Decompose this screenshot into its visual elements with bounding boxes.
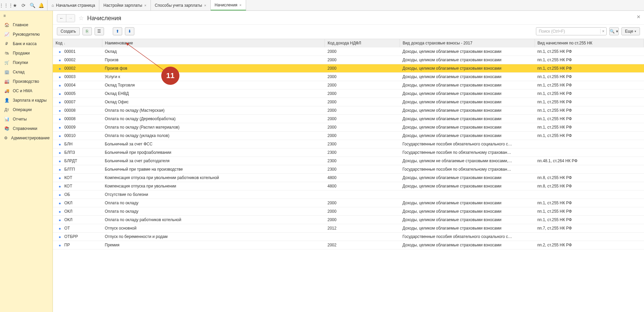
cell-ins: Доходы, целиком облагаемые страховыми вз… [400,64,535,73]
create-button[interactable]: Создать [57,27,80,35]
table-row[interactable]: ◆ОКЛОплата по окладу2000Доходы, целиком … [53,199,644,207]
sidebar-item-7[interactable]: 🚚ОС и НМА [0,86,53,96]
table-row[interactable]: ◆ПРПремия2002Доходы, целиком облагаемые … [53,241,644,249]
table-row[interactable]: ◆ОБОтсутствие по болезни [53,190,644,199]
table-row[interactable]: ◆00002Произв фов2000Доходы, целиком обла… [53,64,644,73]
cell-name: Произв фов [102,64,325,73]
search-clear[interactable]: × [600,29,606,34]
cell-art: пп.1, ст.255 НК РФ [535,115,644,123]
cell-art: пп.1, ст.255 НК РФ [535,98,644,106]
tab-label: Начальная страница [56,3,95,8]
sidebar-toggle[interactable]: ≡ [0,11,53,20]
table-row[interactable]: ◆ОТОтпуск основной2012Доходы, целиком об… [53,224,644,233]
copy-button[interactable]: ⎘ [82,27,92,35]
table-row[interactable]: ◆БЛТПБольничный при травме на производст… [53,165,644,174]
bell-icon[interactable]: 🔔 [37,1,45,9]
sidebar-item-11[interactable]: 📚Справочники [0,124,53,133]
table-row[interactable]: ◆00008Оплата по окладу (Деревообработка)… [53,115,644,123]
find-button[interactable]: 🔍▾ [609,27,619,35]
tab-3[interactable]: Начисления× [211,0,246,10]
table[interactable]: Код↓НаименованиеКод дохода НДФЛВид доход… [53,39,644,312]
tab-close-icon[interactable]: × [239,3,241,7]
column-header-0[interactable]: Код↓ [53,39,102,47]
table-row[interactable]: ◆КОТКомпенсация отпуска при увольнении48… [53,182,644,190]
search-icon[interactable]: 🔍 [28,1,36,9]
cell-art: пп.2, ст.255 НК РФ [535,241,644,249]
list-button[interactable]: ☰ [95,27,104,35]
move-up-button[interactable]: ⬆ [113,27,122,35]
table-row[interactable]: ◆00004Оклад Торговля2000Доходы, целиком … [53,81,644,90]
column-header-4[interactable]: Вид начисления по ст.255 НК [535,39,644,47]
table-row[interactable]: ◆ОКЛОплата по окладу работников котельно… [53,216,644,224]
cell-ins: Доходы, целиком не облагаемые страховыми… [400,157,535,165]
table-row[interactable]: ◆00010Оплата по окладу (укладка полов)20… [53,132,644,140]
star-icon[interactable]: ☆ [78,14,84,22]
cell-ndfl: 2000 [325,90,400,98]
tabs: ⌂Начальная страницаНастройки зарплаты×Сп… [47,0,246,10]
cell-art: пп.1, ст.255 НК РФ [535,123,644,132]
cell-name: Больничный при профзаболевании [102,148,325,157]
table-row[interactable]: ◆00003Услуги к2000Доходы, целиком облага… [53,73,644,81]
tab-1[interactable]: Настройки зарплаты× [99,0,151,10]
close-icon[interactable]: ✕ [637,14,641,20]
table-row[interactable]: ◆00001Оклад2000Доходы, целиком облагаемы… [53,47,644,56]
nav-forward[interactable]: → [66,14,75,22]
cell-art: пп.1, ст.255 НК РФ [535,132,644,140]
sidebar-item-label: Отчеты [13,117,27,122]
sidebar-item-1[interactable]: 📈Руководителю [0,30,53,39]
favorite-icon[interactable]: ★ [11,1,19,9]
table-row[interactable]: ◆БЛРДТБольничный за счет работодателя230… [53,157,644,165]
table-row[interactable]: ◆ОКЛОплата по окладу2000Доходы, целиком … [53,207,644,216]
table-row[interactable]: ◆00005Оклад ЕНВД2000Доходы, целиком обла… [53,90,644,98]
column-header-2[interactable]: Код дохода НДФЛ [325,39,400,47]
sidebar-item-5[interactable]: 🏢Склад [0,67,53,77]
tab-close-icon[interactable]: × [144,3,146,7]
cell-code: КОТ [64,175,72,180]
row-icon: ◆ [58,176,62,180]
sidebar-icon: 🏠 [4,23,9,27]
sidebar-icon: 🚚 [4,89,9,93]
row-icon: ◆ [58,101,62,104]
sidebar-item-9[interactable]: ДтОперации [0,105,53,114]
table-row[interactable]: ◆БЛНБольничный за счет ФСС2300Государств… [53,140,644,148]
sidebar-item-8[interactable]: 👤Зарплата и кадры [0,96,53,105]
cell-ndfl: 4800 [325,182,400,190]
sidebar-item-10[interactable]: 📊Отчеты [0,114,53,124]
tab-0[interactable]: ⌂Начальная страница [47,0,99,10]
apps-icon[interactable]: ⋮⋮⋮ [2,1,10,9]
column-header-3[interactable]: Вид дохода страховые взносы - 2017 [400,39,535,47]
sidebar-item-0[interactable]: 🏠Главное [0,20,53,30]
nav-back[interactable]: ← [57,14,66,22]
column-header-1[interactable]: Наименование [102,39,325,47]
table-row[interactable]: ◆00007Оклад Офис2000Доходы, целиком обла… [53,98,644,106]
cell-code: 00008 [64,116,75,121]
sidebar-item-3[interactable]: 🛍Продажи [0,48,53,58]
tab-label: Начисления [215,3,238,7]
cell-ndfl: 2000 [325,106,400,115]
table-row[interactable]: ◆КОТКомпенсация отпуска при увольнении р… [53,174,644,182]
history-icon[interactable]: ⟳ [20,1,28,9]
cell-ndfl: 2000 [325,132,400,140]
search-field[interactable]: × [536,27,607,35]
tab-label: Способы учета зарплаты [155,3,202,8]
tab-2[interactable]: Способы учета зарплаты× [151,0,211,10]
sidebar-item-2[interactable]: ₽Банк и касса [0,39,53,48]
sidebar-item-12[interactable]: ⚙Администрирование [0,133,53,143]
tab-close-icon[interactable]: × [204,3,206,7]
search-input[interactable] [536,29,600,34]
table-row[interactable]: ◆ОТБРРОтпуск по беременности и родамГосу… [53,233,644,241]
table-row[interactable]: ◆БЛПЗБольничный при профзаболевании2300Г… [53,148,644,157]
sidebar-item-4[interactable]: 🛒Покупки [0,58,53,67]
table-row[interactable]: ◆00008Оплата по окладу (Мастерская)2000Д… [53,106,644,115]
page-title: Начисления [87,15,121,22]
cell-ndfl: 2000 [325,123,400,132]
table-row[interactable]: ◆00002Произв2000Доходы, целиком облагаем… [53,56,644,64]
move-down-button[interactable]: ⬇ [125,27,134,35]
cell-ndfl: 2000 [325,115,400,123]
cell-ndfl: 2000 [325,199,400,207]
sidebar-item-6[interactable]: 🏭Производство [0,77,53,86]
cell-name: Отпуск основной [102,224,325,233]
sidebar-item-label: Руководителю [13,32,40,37]
more-button[interactable]: Еще▾ [621,27,640,35]
table-row[interactable]: ◆00009Оплата по окладу (Распил материало… [53,123,644,132]
